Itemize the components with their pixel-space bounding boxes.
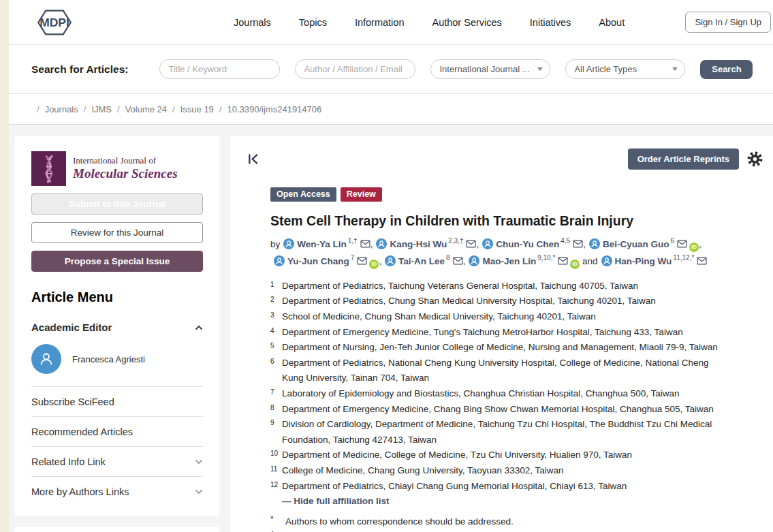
email-icon[interactable] bbox=[360, 240, 370, 248]
gear-icon[interactable] bbox=[746, 151, 763, 168]
affiliation-text: Department of Pediatrics, Taichung Veter… bbox=[282, 279, 638, 294]
nav-link[interactable]: Information bbox=[355, 17, 405, 28]
article-toolbar: Order Article Reprints bbox=[230, 136, 773, 170]
note-text: Authors to whom correspondence should be… bbox=[285, 514, 514, 529]
search-button[interactable]: Search bbox=[700, 60, 753, 79]
sidebar-link-label: Related Info Link bbox=[31, 456, 106, 467]
author-person-icon bbox=[482, 238, 493, 249]
nav-link[interactable]: Journals bbox=[234, 17, 271, 28]
author-note-row: † These authors contributed equally to t… bbox=[270, 529, 728, 532]
author-separator: and bbox=[580, 256, 597, 266]
person-icon bbox=[37, 350, 55, 368]
breadcrumb-item[interactable]: Issue 19 bbox=[167, 104, 214, 114]
author-name[interactable]: Mao-Jen Lin bbox=[482, 256, 536, 266]
propose-special-issue-button[interactable]: Propose a Special Issue bbox=[31, 251, 203, 272]
sign-in-button[interactable]: Sign In / Sign Up bbox=[685, 12, 771, 33]
author-person-icon bbox=[589, 238, 600, 249]
author-name[interactable]: Wen-Ya Lin bbox=[297, 239, 347, 249]
nav-link[interactable]: Initiatives bbox=[530, 17, 571, 28]
author-name[interactable]: Kang-Hsi Wu bbox=[390, 239, 447, 249]
author-name[interactable]: Chun-Yu Chen bbox=[496, 239, 559, 249]
author-person-icon bbox=[283, 238, 294, 249]
affiliation-row: 2 Department of Pediatrics, Chung Shan M… bbox=[270, 294, 728, 309]
affiliation-number: 12 bbox=[270, 479, 282, 495]
email-icon[interactable] bbox=[558, 257, 568, 265]
affiliation-number: 8 bbox=[270, 402, 282, 418]
affiliation-text: School of Medicine, Chung Shan Medical U… bbox=[282, 309, 596, 325]
journal-select[interactable]: International Journal ... bbox=[430, 59, 550, 79]
orcid-icon[interactable]: iD bbox=[570, 260, 580, 269]
breadcrumb-item[interactable]: Volume 24 bbox=[112, 104, 167, 114]
breadcrumb-item[interactable]: 10.3390/ijms241914706 bbox=[214, 104, 321, 114]
order-reprints-button[interactable]: Order Article Reprints bbox=[628, 148, 739, 170]
affiliation-text: Department of Emergency Medicine, Chang … bbox=[282, 402, 714, 418]
hide-affiliation-list-link[interactable]: — Hide full affiliation list bbox=[282, 494, 728, 510]
note-mark: * bbox=[270, 514, 285, 529]
nav-link[interactable]: Author Services bbox=[432, 17, 501, 28]
affiliation-text: Laboratory of Epidemiology and Biostasti… bbox=[282, 386, 680, 402]
email-icon[interactable] bbox=[697, 257, 707, 265]
sidebar-link[interactable]: Recommended Articles bbox=[31, 416, 203, 446]
chevron-up-icon bbox=[195, 325, 203, 330]
email-icon[interactable] bbox=[677, 240, 687, 248]
affiliation-number: 6 bbox=[270, 356, 282, 386]
title-keyword-input[interactable] bbox=[159, 59, 280, 79]
toolbar-right: Order Article Reprints bbox=[628, 148, 763, 170]
author-name[interactable]: Han-Ping Wu bbox=[615, 256, 672, 266]
by-label: by bbox=[270, 239, 280, 249]
author: Kang-Hsi Wu2,3,†, bbox=[373, 239, 479, 249]
email-icon[interactable] bbox=[466, 240, 476, 248]
journal-title-line2: Molecular Sciences bbox=[73, 166, 178, 181]
sidebar-link[interactable]: Subscribe SciFeed bbox=[31, 386, 203, 416]
email-icon[interactable] bbox=[573, 240, 583, 248]
author-affiliation-input[interactable] bbox=[295, 59, 415, 79]
author-superscript: 9,10,* bbox=[537, 254, 555, 262]
author-name[interactable]: Tai-An Lee bbox=[398, 256, 445, 266]
sidebar-secondary-card bbox=[15, 527, 219, 532]
author-notes: * Authors to whom correspondence should … bbox=[270, 514, 728, 532]
note-mark: † bbox=[270, 529, 285, 532]
editor-name: Francesca Agriesti bbox=[72, 354, 145, 364]
author: Chun-Yu Chen4,5, bbox=[479, 239, 586, 249]
badge-row: Open Access Review bbox=[270, 187, 728, 202]
affiliation-number: 3 bbox=[270, 309, 282, 325]
nav-link[interactable]: Topics bbox=[299, 17, 327, 28]
main-nav: JournalsTopicsInformationAuthor Services… bbox=[234, 17, 625, 28]
author-name[interactable]: Bei-Cyuan Guo bbox=[603, 239, 669, 249]
journal-brand[interactable]: International Journal of Molecular Scien… bbox=[31, 151, 203, 186]
author: Tai-An Lee8, bbox=[381, 256, 465, 266]
mdpi-logo[interactable]: MDPI bbox=[31, 7, 78, 37]
sidebar-link[interactable]: More by Authors Links bbox=[31, 476, 203, 506]
search-label: Search for Articles: bbox=[31, 63, 128, 76]
affiliation-number: 7 bbox=[270, 386, 282, 402]
nav-link[interactable]: About bbox=[599, 17, 625, 28]
article-type-select[interactable]: All Article Types bbox=[565, 59, 685, 79]
chevron-down-icon bbox=[672, 67, 678, 71]
journal-title-line1: International Journal of bbox=[73, 156, 178, 166]
email-icon[interactable] bbox=[357, 257, 367, 265]
article-menu-title: Article Menu bbox=[31, 290, 203, 305]
academic-editor-toggle[interactable]: Academic Editor bbox=[31, 322, 203, 333]
orcid-icon[interactable]: iD bbox=[369, 260, 379, 269]
left-edge-strip bbox=[0, 0, 9, 532]
affiliation-row: 11 College of Medicine, Chang Gung Unive… bbox=[270, 463, 728, 479]
article-menu-card: International Journal of Molecular Scien… bbox=[15, 136, 219, 516]
breadcrumb-item[interactable]: IJMS bbox=[78, 104, 112, 114]
collapse-sidebar-icon[interactable] bbox=[247, 153, 260, 165]
editor-avatar bbox=[31, 344, 61, 374]
sidebar-link[interactable]: Related Info Link bbox=[31, 446, 203, 476]
email-icon[interactable] bbox=[453, 257, 463, 265]
review-type-badge: Review bbox=[341, 187, 382, 202]
affiliation-text: Department of Pediatrics, Chung Shan Med… bbox=[282, 294, 656, 309]
orcid-icon[interactable]: iD bbox=[689, 242, 699, 252]
article-body: Open Access Review Stem Cell Therapy in … bbox=[230, 187, 773, 532]
chevron-down-icon bbox=[195, 489, 203, 495]
review-for-journal-button[interactable]: Review for this Journal bbox=[31, 222, 203, 243]
affiliation-row: 9 Division of Cardiology, Department of … bbox=[270, 417, 728, 448]
sidebar-links: Subscribe SciFeed Recommended Articles R… bbox=[31, 386, 203, 506]
author: Mao-Jen Lin9,10,*iD and bbox=[465, 256, 597, 266]
submit-to-journal-button[interactable]: Submit to this Journal bbox=[31, 193, 203, 215]
author-name[interactable]: Yu-Jun Chang bbox=[287, 256, 349, 266]
academic-editor-person[interactable]: Francesca Agriesti bbox=[31, 344, 203, 374]
breadcrumb-item[interactable]: Journals bbox=[31, 104, 78, 114]
